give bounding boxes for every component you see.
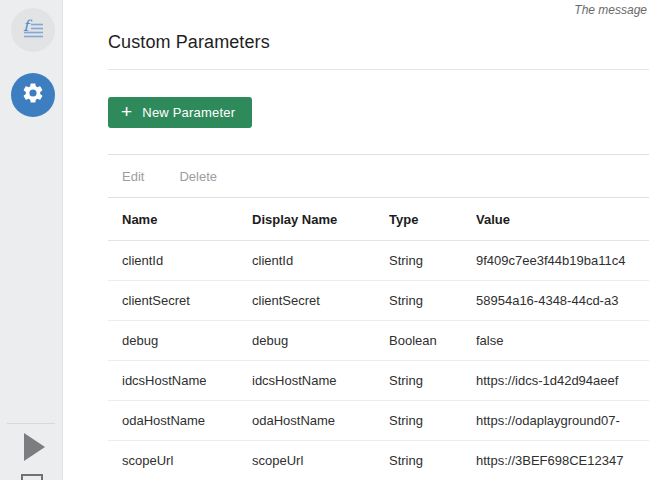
play-icon[interactable] (24, 433, 45, 461)
cut-off-icon (21, 474, 43, 480)
table-row[interactable]: idcsHostName idcsHostName String https:/… (108, 361, 649, 401)
cell-name: clientSecret (108, 281, 252, 321)
parameters-table-section: Edit Delete Name Display Name Type Value… (108, 154, 649, 480)
cell-type: String (389, 441, 476, 480)
cell-display-name: clientSecret (252, 281, 389, 321)
table-toolbar: Edit Delete (108, 154, 649, 197)
column-header-value[interactable]: Value (476, 198, 649, 241)
gear-icon (21, 81, 45, 109)
cell-value: 9f409c7ee3f44b19ba11c4 (476, 241, 649, 281)
cell-type: String (389, 281, 476, 321)
cell-display-name: clientId (252, 241, 389, 281)
top-message-text: The message (574, 3, 647, 17)
sidebar-item-settings[interactable] (11, 73, 55, 117)
delete-button[interactable]: Delete (179, 169, 217, 184)
cell-value: https://3BEF698CE12347 (476, 441, 649, 480)
cell-display-name: scopeUrl (252, 441, 389, 480)
new-parameter-label: New Parameter (142, 105, 235, 120)
cell-value: 58954a16-4348-44cd-a3 (476, 281, 649, 321)
cell-type: String (389, 361, 476, 401)
parameters-table: Name Display Name Type Value clientId cl… (108, 197, 649, 480)
table-row[interactable]: clientSecret clientSecret String 58954a1… (108, 281, 649, 321)
table-row[interactable]: debug debug Boolean false (108, 321, 649, 361)
cell-value: false (476, 321, 649, 361)
main-panel: The message Custom Parameters + New Para… (64, 0, 649, 480)
table-header-row: Name Display Name Type Value (108, 198, 649, 241)
cell-display-name: idcsHostName (252, 361, 389, 401)
cell-display-name: odaHostName (252, 401, 389, 441)
cell-type: Boolean (389, 321, 476, 361)
sidebar-item-components[interactable]: f (11, 8, 55, 52)
cell-value: https://odaplayground07- (476, 401, 649, 441)
column-header-name[interactable]: Name (108, 198, 252, 241)
edit-button[interactable]: Edit (122, 169, 144, 184)
column-header-type[interactable]: Type (389, 198, 476, 241)
cell-type: String (389, 241, 476, 281)
table-row[interactable]: odaHostName odaHostName String https://o… (108, 401, 649, 441)
cell-type: String (389, 401, 476, 441)
cell-name: idcsHostName (108, 361, 252, 401)
cell-name: scopeUrl (108, 441, 252, 480)
table-row[interactable]: clientId clientId String 9f409c7ee3f44b1… (108, 241, 649, 281)
sidebar: f (0, 0, 63, 480)
cell-name: odaHostName (108, 401, 252, 441)
cell-value: https://idcs-1d42d94aeef (476, 361, 649, 401)
title-divider (108, 69, 649, 70)
table-body: clientId clientId String 9f409c7ee3f44b1… (108, 241, 649, 480)
plus-icon: + (121, 102, 132, 121)
table-row[interactable]: scopeUrl scopeUrl String https://3BEF698… (108, 441, 649, 480)
page-title: Custom Parameters (108, 32, 649, 53)
cell-name: clientId (108, 241, 252, 281)
new-parameter-button[interactable]: + New Parameter (108, 97, 252, 128)
column-header-display-name[interactable]: Display Name (252, 198, 389, 241)
sidebar-divider (7, 423, 55, 424)
cell-name: debug (108, 321, 252, 361)
cell-display-name: debug (252, 321, 389, 361)
function-lines-icon: f (20, 15, 46, 45)
